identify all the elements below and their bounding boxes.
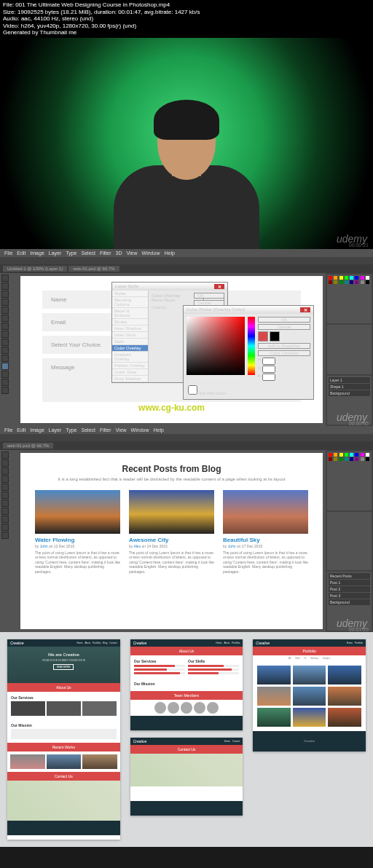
menu-file[interactable]: File	[4, 427, 12, 433]
adjustments-panel[interactable]	[327, 325, 372, 374]
ps-menubar[interactable]: File Edit Image Layer Type Select Filter…	[0, 249, 373, 257]
ls-satin[interactable]: Satin	[112, 339, 148, 345]
brush-tool[interactable]	[1, 484, 9, 491]
layer-row[interactable]: Shape 1	[329, 384, 370, 390]
wand-tool[interactable]	[1, 299, 9, 306]
swatches-panel[interactable]	[327, 275, 372, 323]
ls-stroke[interactable]: Stroke	[112, 319, 148, 326]
ps-options-bar[interactable]	[0, 434, 373, 441]
add-swatches-button[interactable]: Add to Swatches	[258, 343, 310, 349]
ps-document-tabs[interactable]: web-01.psd @ 66.7%	[0, 441, 373, 450]
layer-row[interactable]: Layer 1	[329, 377, 370, 383]
eraser-tool[interactable]	[1, 339, 9, 346]
lasso-tool[interactable]	[1, 467, 9, 475]
close-icon[interactable]: ✕	[300, 307, 310, 312]
web-colors-checkbox[interactable]	[188, 385, 197, 395]
menu-image[interactable]: Image	[30, 250, 44, 256]
color-panel[interactable]	[327, 451, 372, 510]
gradient-tool[interactable]	[1, 347, 9, 354]
menu-select[interactable]: Select	[82, 250, 95, 256]
ls-dropshadow[interactable]: Drop Shadow	[112, 376, 148, 382]
menu-window[interactable]: Window	[142, 250, 160, 256]
pen-tool[interactable]	[1, 355, 9, 362]
eraser-tool[interactable]	[1, 492, 9, 499]
zoom-tool[interactable]	[1, 532, 9, 539]
menu-edit[interactable]: Edit	[17, 250, 25, 256]
pen-tool[interactable]	[1, 508, 9, 515]
menu-edit[interactable]: Edit	[17, 427, 25, 433]
brush-tool[interactable]	[1, 323, 9, 330]
type-tool[interactable]	[1, 363, 9, 370]
layer-row[interactable]: Background	[329, 390, 370, 396]
ls-gradientoverlay[interactable]: Gradient Overlay	[112, 352, 148, 363]
doc-tab[interactable]: web-01.psd @ 66.7%	[3, 443, 53, 449]
menu-help[interactable]: Help	[154, 427, 164, 433]
shape-tool[interactable]	[1, 516, 9, 523]
zoom-tool[interactable]	[1, 387, 9, 394]
menu-3d[interactable]: 3D	[116, 250, 122, 256]
ls-innerglow[interactable]: Inner Glow	[112, 332, 148, 339]
menu-file[interactable]: File	[4, 250, 12, 256]
crop-tool[interactable]	[1, 307, 9, 314]
ls-styles[interactable]: Styles	[112, 291, 148, 297]
ls-patternoverlay[interactable]: Pattern Overlay	[112, 363, 148, 369]
character-panel[interactable]	[327, 512, 372, 571]
menu-image[interactable]: Image	[30, 427, 44, 433]
ps-toolbar[interactable]	[0, 273, 17, 426]
menu-view[interactable]: View	[116, 427, 127, 433]
hand-tool[interactable]	[1, 524, 9, 531]
menu-filter[interactable]: Filter	[100, 427, 111, 433]
crop-tool[interactable]	[1, 476, 9, 483]
h-input[interactable]	[262, 358, 275, 365]
ls-coloroverlay[interactable]: Color Overlay	[112, 345, 148, 352]
menu-layer[interactable]: Layer	[49, 427, 62, 433]
menu-filter[interactable]: Filter	[100, 250, 111, 256]
menu-window[interactable]: Window	[131, 427, 149, 433]
ps-canvas[interactable]: Recent Posts from Blog It is a long esta…	[20, 453, 323, 629]
color-field[interactable]	[186, 317, 245, 375]
layer-row[interactable]: Background	[329, 599, 370, 605]
layer-row[interactable]: Post 3	[329, 593, 370, 599]
color-libraries-button[interactable]: Color Libraries	[258, 350, 310, 356]
doc-tab-1[interactable]: Untitled-1 @ 100% (Layer 1)	[3, 266, 67, 272]
layer-row[interactable]: Post 2	[329, 586, 370, 592]
ok-button[interactable]: OK	[194, 293, 224, 299]
ls-outerglow[interactable]: Outer Glow	[112, 369, 148, 376]
b-input[interactable]	[262, 374, 275, 381]
ps-options-bar[interactable]	[0, 257, 373, 264]
s-input[interactable]	[262, 366, 275, 373]
menu-help[interactable]: Help	[164, 250, 174, 256]
ps-right-panels[interactable]: Layer 1 Shape 1 Background	[326, 273, 373, 426]
lasso-tool[interactable]	[1, 291, 9, 298]
move-tool[interactable]	[1, 275, 9, 282]
marquee-tool[interactable]	[1, 283, 9, 290]
move-tool[interactable]	[1, 451, 9, 459]
color-picker-dialog[interactable]: Color Picker (Overlay Color) ✕ OK Cancel…	[183, 305, 314, 400]
menu-layer[interactable]: Layer	[49, 250, 62, 256]
shape-tool[interactable]	[1, 371, 9, 378]
ps-toolbar[interactable]	[0, 450, 17, 632]
ps-right-panels[interactable]: Recent Posts Post 1 Post 2 Post 3 Backgr…	[326, 450, 373, 632]
ps-menubar[interactable]: File Edit Image Layer Type Select Filter…	[0, 426, 373, 434]
close-icon[interactable]: ✕	[214, 284, 224, 289]
layer-style-list[interactable]: Styles Blending Options Bevel & Emboss S…	[112, 291, 149, 382]
eyedropper-tool[interactable]	[1, 315, 9, 322]
menu-view[interactable]: View	[127, 250, 138, 256]
menu-select[interactable]: Select	[82, 427, 95, 433]
ls-bevel[interactable]: Bevel & Emboss	[112, 308, 148, 319]
menu-type[interactable]: Type	[66, 427, 76, 433]
menu-type[interactable]: Type	[66, 250, 76, 256]
stamp-tool[interactable]	[1, 331, 9, 338]
marquee-tool[interactable]	[1, 459, 9, 467]
ok-button[interactable]: OK	[258, 317, 310, 323]
layer-row[interactable]: Recent Posts	[329, 573, 370, 579]
ls-innershadow[interactable]: Inner Shadow	[112, 326, 148, 332]
ps-document-tabs[interactable]: Untitled-1 @ 100% (Layer 1) web-01.psd @…	[0, 264, 373, 273]
doc-tab-2[interactable]: web-01.psd @ 66.7%	[68, 266, 119, 272]
ls-blending[interactable]: Blending Options	[112, 297, 148, 308]
layer-row[interactable]: Post 1	[329, 580, 370, 585]
cancel-button[interactable]: Cancel	[258, 324, 310, 330]
hue-slider[interactable]	[248, 317, 255, 375]
hand-tool[interactable]	[1, 379, 9, 386]
type-tool[interactable]	[1, 500, 9, 507]
